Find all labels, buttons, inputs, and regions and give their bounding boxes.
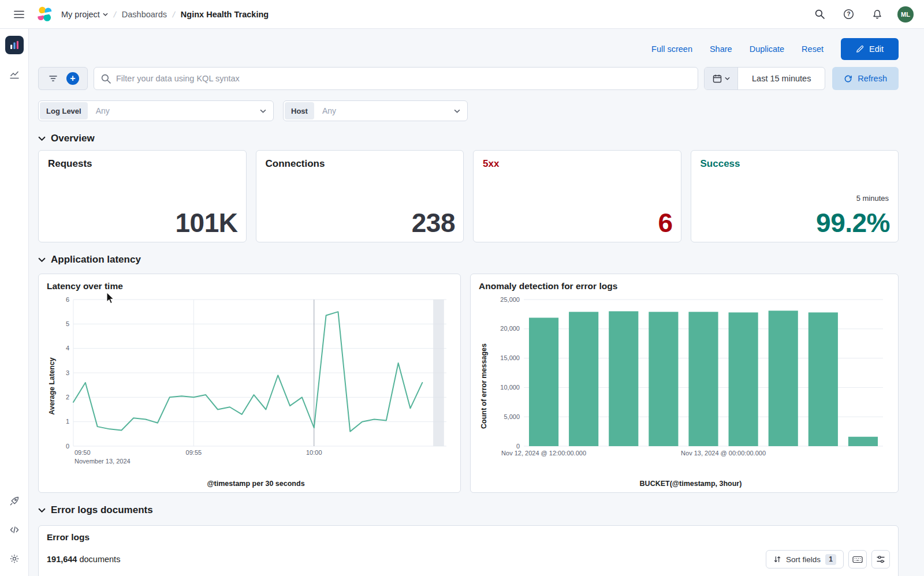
sidebar-item-settings[interactable] [5, 549, 24, 568]
avatar[interactable]: ML [897, 6, 914, 23]
breadcrumb-current: Nginx Health Tracking [181, 10, 269, 19]
panel-title: Latency over time [47, 281, 453, 291]
section-title: Overview [51, 133, 95, 144]
add-filter-button[interactable]: + [66, 72, 79, 85]
full-screen-button[interactable]: Full screen [651, 44, 692, 54]
breadcrumb-separator: / [172, 10, 176, 19]
breadcrumb-dashboards[interactable]: Dashboards [122, 10, 167, 19]
filter-icon[interactable] [47, 70, 59, 87]
metric-subtitle: 5 minutes [856, 194, 889, 203]
svg-text:15,000: 15,000 [500, 354, 520, 361]
svg-text:5,000: 5,000 [504, 413, 520, 420]
error-logs-bar-chart[interactable]: 05,00010,00015,00020,00025,000Nov 12, 20… [490, 293, 891, 479]
search-icon[interactable] [811, 6, 828, 23]
help-icon[interactable]: ? [840, 6, 857, 23]
log-level-value: Any [89, 106, 260, 115]
alerts-icon[interactable] [869, 6, 886, 23]
svg-text:1: 1 [66, 418, 69, 425]
menu-icon[interactable] [10, 6, 28, 23]
sort-fields-button[interactable]: Sort fields 1 [766, 550, 844, 568]
breadcrumb-project[interactable]: My project [61, 10, 108, 19]
duplicate-button[interactable]: Duplicate [750, 44, 784, 54]
breadcrumb-separator: / [113, 10, 117, 19]
chart-icon [9, 69, 20, 79]
dashboard-actions-bar: Full screen Share Duplicate Reset Edit [29, 29, 924, 67]
svg-text:25,000: 25,000 [500, 296, 520, 303]
chevron-down-icon [38, 257, 46, 262]
metric-card-requests[interactable]: Requests 101K [38, 150, 247, 242]
section-application-latency-toggle[interactable]: Application latency [38, 254, 924, 265]
sliders-icon [876, 555, 885, 564]
search-icon [101, 74, 111, 84]
svg-text:10:00: 10:00 [306, 449, 322, 456]
svg-text:4: 4 [66, 345, 69, 351]
metric-value: 99.2% [816, 207, 890, 238]
pencil-icon [856, 45, 864, 53]
latency-over-time-panel: Latency over time Average Latency 012345… [38, 274, 461, 493]
metric-card-connections[interactable]: Connections 238 [256, 150, 464, 242]
x-axis-title: BUCKET(@timestamp, 3hour) [478, 480, 891, 488]
query-bar: + Last 15 minutes Refresh [29, 67, 924, 90]
dashboard-controls: Log Level Any Host Any [29, 100, 924, 121]
display-options-button[interactable] [871, 550, 890, 568]
chevron-down-icon [260, 109, 266, 113]
kql-search-input[interactable] [116, 74, 691, 83]
svg-text:Nov 13, 2024 @ 00:00:00.000: Nov 13, 2024 @ 00:00:00.000 [681, 450, 766, 457]
sort-icon [773, 555, 781, 563]
anomaly-detection-panel: Anomaly detection for error logs Count o… [470, 274, 899, 493]
log-level-label: Log Level [40, 102, 88, 119]
log-level-control[interactable]: Log Level Any [38, 100, 274, 121]
error-logs-panel: Error logs 191,644 documents Sort fields… [38, 525, 899, 576]
sidebar-item-dashboards[interactable] [5, 36, 24, 54]
time-range-value[interactable]: Last 15 minutes [738, 68, 825, 89]
refresh-button[interactable]: Refresh [832, 67, 899, 90]
metric-value: 238 [412, 207, 455, 238]
reset-button[interactable]: Reset [802, 44, 824, 54]
dashboard-main: Full screen Share Duplicate Reset Edit + [29, 29, 924, 576]
svg-text:6: 6 [66, 296, 69, 303]
metric-title: 5xx [483, 158, 672, 170]
chevron-down-icon [103, 13, 108, 16]
svg-text:November 13, 2024: November 13, 2024 [74, 458, 131, 465]
table-actions: Sort fields 1 [766, 550, 890, 568]
rocket-icon [9, 496, 20, 506]
host-control[interactable]: Host Any [283, 100, 468, 121]
svg-text:20,000: 20,000 [500, 325, 520, 332]
metric-card-5xx[interactable]: 5xx 6 [473, 150, 681, 242]
section-error-logs-toggle[interactable]: Error logs documents [38, 504, 924, 516]
metric-value: 6 [658, 207, 672, 238]
chevron-down-icon [38, 136, 46, 141]
keyboard-icon [852, 556, 863, 563]
keyboard-shortcuts-button[interactable] [848, 550, 867, 568]
overview-metrics: Requests 101K Connections 238 5xx 6 Succ… [29, 150, 924, 242]
sidebar-item-visualizations[interactable] [5, 65, 24, 83]
x-axis-title: @timestamp per 30 seconds [46, 480, 453, 488]
gear-icon [9, 553, 20, 564]
host-value: Any [315, 106, 454, 115]
date-picker: Last 15 minutes [704, 67, 825, 90]
metric-card-success[interactable]: Success 5 minutes 99.2% [691, 150, 899, 242]
share-button[interactable]: Share [710, 44, 732, 54]
svg-text:0: 0 [516, 443, 520, 450]
svg-text:09:50: 09:50 [74, 449, 91, 456]
section-overview-toggle[interactable]: Overview [38, 133, 924, 144]
section-title: Error logs documents [51, 504, 153, 516]
latency-line-chart[interactable]: 012345609:5009:5510:00November 13, 2024 [58, 293, 453, 479]
breadcrumb: My project / Dashboards / Nginx Health T… [61, 10, 269, 19]
refresh-icon [844, 74, 852, 83]
filter-controls-group: + [38, 67, 88, 90]
document-count: 191,644 documents [47, 555, 120, 564]
dashboards-icon [10, 40, 19, 50]
date-quick-select-button[interactable] [705, 68, 738, 89]
chevron-down-icon [725, 77, 730, 80]
code-icon [9, 525, 20, 535]
edit-button[interactable]: Edit [841, 38, 899, 60]
svg-text:5: 5 [66, 320, 69, 327]
sidebar-item-getting-started[interactable] [5, 492, 24, 510]
metric-title: Connections [266, 158, 454, 170]
sidebar-item-dev-tools[interactable] [5, 521, 24, 539]
header-actions: ? ML [811, 6, 914, 23]
metric-title: Requests [48, 158, 237, 170]
metric-value: 101K [176, 207, 238, 238]
panel-title: Error logs [47, 532, 890, 543]
